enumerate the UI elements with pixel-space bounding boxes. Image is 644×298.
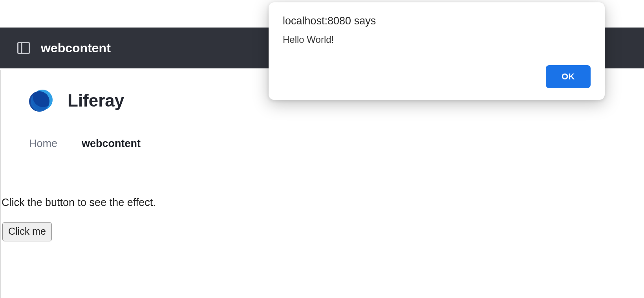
click-me-button[interactable]: Click me — [2, 222, 52, 241]
nav-row: Home webcontent — [0, 113, 644, 150]
alert-title: localhost:8080 says — [283, 15, 591, 27]
ok-button[interactable]: OK — [546, 65, 591, 88]
brand-name: Liferay — [68, 91, 124, 110]
instruction-text: Click the button to see the effect. — [0, 168, 644, 209]
panel-icon[interactable] — [17, 42, 30, 54]
nav-link-current: webcontent — [82, 138, 141, 150]
alert-dialog: localhost:8080 says Hello World! OK — [269, 2, 605, 100]
alert-buttons: OK — [283, 65, 591, 88]
svg-rect-0 — [18, 43, 29, 53]
nav-link-home[interactable]: Home — [29, 138, 57, 150]
left-border — [0, 70, 1, 298]
alert-message: Hello World! — [283, 34, 591, 65]
liferay-logo-icon[interactable] — [28, 88, 53, 113]
page-title: webcontent — [41, 41, 111, 55]
